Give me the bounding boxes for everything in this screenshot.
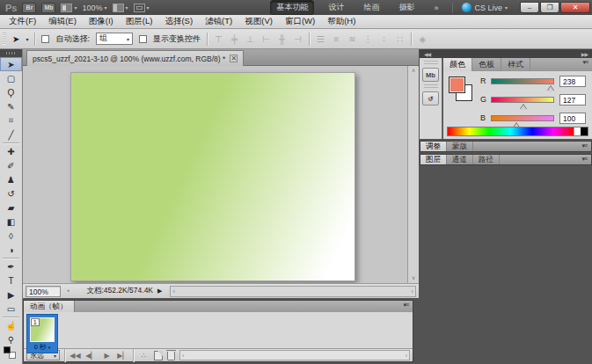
align-horizontal-centers-icon[interactable]: ╫: [277, 34, 287, 44]
zoom-level-dropdown[interactable]: 100%▾: [82, 4, 106, 12]
default-colors-icon[interactable]: [4, 346, 18, 360]
distribute-bottom-edges-icon[interactable]: ≋: [347, 34, 357, 44]
screen-mode-button[interactable]: ▾: [134, 4, 150, 12]
green-slider[interactable]: [491, 97, 554, 103]
green-value-field[interactable]: 127: [559, 94, 586, 106]
tab-channels[interactable]: 通道: [447, 155, 473, 164]
menu-select[interactable]: 选择(S): [164, 16, 193, 27]
workspace-essentials[interactable]: 基本功能: [270, 0, 314, 15]
tools-panel-header[interactable]: [0, 49, 22, 57]
tab-masks[interactable]: 蒙版: [447, 142, 473, 151]
minibridge-button[interactable]: Mb: [41, 3, 55, 13]
path-selection-tool[interactable]: ▶: [0, 288, 22, 302]
distribute-horizontal-centers-icon[interactable]: ∶: [379, 34, 389, 44]
white-chip[interactable]: [574, 127, 581, 135]
expand-panels-icon[interactable]: ◀◀: [424, 51, 430, 57]
distribute-left-edges-icon[interactable]: ⋮: [363, 34, 373, 44]
rectangle-tool[interactable]: ▭: [0, 302, 22, 316]
menu-file[interactable]: 文件(F): [9, 16, 36, 27]
menu-view[interactable]: 视图(V): [245, 16, 273, 27]
frame-delay-dropdown[interactable]: 0 秒▾: [27, 342, 57, 352]
rectangular-marquee-tool[interactable]: ▢: [0, 71, 22, 85]
red-value-field[interactable]: 238: [559, 76, 586, 87]
spectrum-gradient[interactable]: [448, 127, 574, 135]
hand-tool[interactable]: ☝: [0, 318, 22, 332]
dodge-tool[interactable]: ◑: [0, 243, 22, 257]
vertical-scrollbar[interactable]: ˄ ˅: [407, 66, 419, 283]
animation-frame-1[interactable]: 1 0 秒▾: [26, 314, 58, 353]
collapse-to-icons-icon[interactable]: ▶▶: [581, 51, 588, 57]
cs-live-button[interactable]: CS Live ▾: [462, 3, 508, 12]
distribute-vertical-centers-icon[interactable]: ≡: [332, 34, 341, 44]
spot-healing-brush-tool[interactable]: ✚: [0, 144, 22, 158]
show-transform-checkbox[interactable]: [139, 35, 147, 43]
brush-tool[interactable]: ✐: [0, 158, 22, 172]
menu-window[interactable]: 窗口(W): [285, 16, 315, 27]
blue-slider[interactable]: [491, 115, 554, 121]
view-extras-button[interactable]: ▾: [113, 4, 128, 12]
crop-tool[interactable]: ⌗: [0, 113, 22, 127]
pen-tool[interactable]: ✒: [0, 259, 22, 273]
menu-filter[interactable]: 滤镜(T): [205, 16, 232, 27]
tab-layers[interactable]: 图层: [420, 155, 447, 164]
red-slider-thumb[interactable]: [547, 86, 554, 91]
minimize-button[interactable]: –: [520, 2, 539, 13]
clone-stamp-tool[interactable]: ♟: [0, 172, 22, 186]
workspace-painting[interactable]: 绘画: [358, 1, 384, 14]
scroll-up-icon[interactable]: ˄: [408, 68, 419, 74]
history-brush-tool[interactable]: ↺: [0, 186, 22, 200]
next-frame-button[interactable]: ▶▏: [117, 352, 128, 360]
animation-scrollbar[interactable]: ‹ ›: [179, 350, 410, 360]
scroll-right-icon[interactable]: ›: [411, 288, 413, 295]
menu-help[interactable]: 帮助(H): [327, 16, 355, 27]
new-frame-button[interactable]: [154, 351, 163, 360]
eyedropper-tool[interactable]: ╱: [0, 127, 22, 142]
zoom-tool[interactable]: ⚲: [0, 332, 22, 346]
canvas-area[interactable]: [23, 66, 407, 283]
auto-select-checkbox[interactable]: [41, 35, 49, 43]
mini-bridge-panel-button[interactable]: Mb: [422, 68, 439, 82]
workspace-overflow-button[interactable]: »: [428, 3, 443, 13]
tab-color[interactable]: 颜色: [443, 58, 472, 71]
tab-swatches[interactable]: 色板: [472, 58, 501, 71]
scroll-down-icon[interactable]: ˅: [408, 275, 419, 281]
foreground-color-swatch[interactable]: [449, 76, 465, 93]
delete-frame-button[interactable]: [167, 352, 175, 360]
menu-edit[interactable]: 编辑(E): [48, 16, 77, 27]
scroll-left-icon[interactable]: ‹: [182, 353, 184, 359]
restore-button[interactable]: ❐: [540, 2, 559, 13]
tab-adjustments[interactable]: 调整: [420, 142, 447, 151]
lasso-tool[interactable]: Ϙ: [0, 85, 22, 99]
horizontal-scrollbar[interactable]: ‹ ›: [170, 286, 416, 297]
move-tool[interactable]: ➤: [0, 57, 22, 71]
arrange-documents-button[interactable]: ▾: [61, 4, 77, 12]
color-spectrum-ramp[interactable]: [447, 127, 588, 136]
canvas-image[interactable]: [70, 72, 355, 281]
previous-frame-button[interactable]: ◀▏: [85, 352, 97, 360]
align-left-edges-icon[interactable]: ⊢: [261, 34, 271, 44]
tween-button[interactable]: ∴: [138, 352, 150, 360]
panel-menu-icon[interactable]: ▾≡: [582, 58, 592, 71]
scroll-left-icon[interactable]: ‹: [172, 288, 175, 295]
align-bottom-edges-icon[interactable]: ⊥: [245, 34, 255, 44]
type-tool[interactable]: T: [0, 273, 22, 288]
close-document-icon[interactable]: ✕: [230, 55, 238, 62]
distribute-top-edges-icon[interactable]: ☰: [316, 34, 325, 44]
close-button[interactable]: ✕: [560, 2, 590, 13]
history-panel-button[interactable]: ↺: [422, 91, 439, 106]
align-right-edges-icon[interactable]: ⊣: [293, 34, 303, 44]
panel-menu-icon[interactable]: ▾≡: [581, 155, 591, 164]
gradient-tool[interactable]: ◧: [0, 215, 22, 229]
panel-menu-icon[interactable]: ▾≡: [403, 301, 413, 312]
workspace-photography[interactable]: 摄影: [393, 1, 420, 14]
status-zoom-field[interactable]: 100%: [26, 286, 61, 297]
panel-menu-icon[interactable]: ▾≡: [581, 142, 591, 151]
black-chip[interactable]: [581, 127, 588, 135]
align-top-edges-icon[interactable]: ⊤: [214, 34, 223, 44]
bridge-button[interactable]: Br: [22, 3, 36, 13]
align-vertical-centers-icon[interactable]: ╪: [230, 34, 239, 44]
red-slider[interactable]: [491, 78, 554, 84]
menu-layer[interactable]: 图层(L): [126, 16, 153, 27]
animation-frames-tab[interactable]: 动画（帧）: [24, 301, 75, 312]
play-button[interactable]: ▶: [101, 352, 113, 360]
